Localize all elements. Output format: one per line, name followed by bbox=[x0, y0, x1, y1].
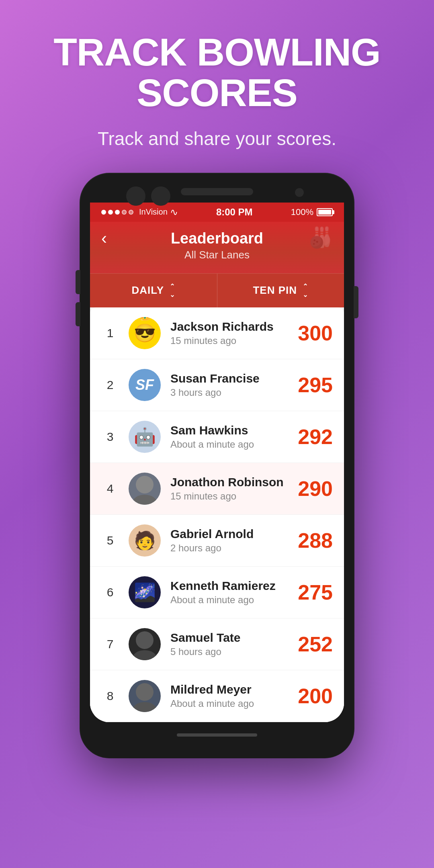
signal-dot-5 bbox=[129, 210, 133, 215]
signal-dot-3 bbox=[115, 210, 120, 215]
home-indicator[interactable] bbox=[177, 733, 257, 737]
avatar: 👑 😎 bbox=[129, 317, 161, 349]
battery-fill bbox=[318, 210, 331, 215]
player-name: Jackson Richards bbox=[170, 320, 297, 334]
player-name: Samuel Tate bbox=[170, 631, 297, 645]
rank-number: 1 bbox=[101, 326, 119, 340]
list-item[interactable]: 1 👑 😎 Jackson Richards 15 minutes ago 30… bbox=[90, 307, 344, 359]
rank-number: 7 bbox=[101, 637, 119, 651]
front-camera-right bbox=[151, 186, 170, 206]
player-name: Susan Francise bbox=[170, 372, 297, 385]
list-item[interactable]: 5 🧑 Gabriel Arnold 2 hours ago 288 bbox=[90, 515, 344, 567]
filter-row: DAILY ⌃ ⌄ TEN PIN ⌃ ⌄ bbox=[90, 273, 344, 307]
avatar bbox=[129, 473, 161, 505]
rank-number: 5 bbox=[101, 534, 119, 547]
leaderboard-list: 1 👑 😎 Jackson Richards 15 minutes ago 30… bbox=[90, 307, 344, 722]
avatar bbox=[129, 628, 161, 660]
volume-down-button bbox=[76, 302, 80, 326]
player-score: 200 bbox=[297, 684, 333, 708]
list-item[interactable]: 2 SF Susan Francise 3 hours ago 295 bbox=[90, 359, 344, 411]
period-filter-button[interactable]: DAILY ⌃ ⌄ bbox=[90, 274, 217, 307]
status-left: InVision ∿ bbox=[101, 207, 178, 218]
player-info: Sam Hawkins About a minute ago bbox=[170, 424, 297, 450]
signal-dot-1 bbox=[101, 210, 106, 215]
battery-icon bbox=[317, 208, 333, 216]
svg-point-1 bbox=[133, 495, 157, 505]
phone-top-bar bbox=[90, 185, 344, 203]
phone-bottom-bar bbox=[90, 727, 344, 743]
rank-number: 8 bbox=[101, 689, 119, 703]
player-score: 290 bbox=[297, 477, 333, 501]
player-score: 275 bbox=[297, 580, 333, 604]
app-header: ‹ 🎳 Leaderboard All Star Lanes bbox=[90, 222, 344, 273]
hero-subtitle: Track and share your scores. bbox=[98, 128, 336, 149]
player-info: Jonathon Robinson 15 minutes ago bbox=[170, 475, 297, 502]
player-time: 3 hours ago bbox=[170, 387, 297, 398]
player-info: Kenneth Ramierez About a minute ago bbox=[170, 579, 297, 606]
status-bar: InVision ∿ 8:00 PM 100% bbox=[90, 203, 344, 222]
proximity-sensor bbox=[295, 188, 304, 197]
back-button[interactable]: ‹ bbox=[101, 230, 107, 247]
phone-speaker bbox=[181, 188, 253, 195]
player-info: Jackson Richards 15 minutes ago bbox=[170, 320, 297, 346]
rank-number: 4 bbox=[101, 482, 119, 495]
player-name: Mildred Meyer bbox=[170, 683, 297, 696]
rank-number: 3 bbox=[101, 430, 119, 444]
game-type-filter-button[interactable]: TEN PIN ⌃ ⌄ bbox=[217, 274, 344, 307]
player-score: 288 bbox=[297, 528, 333, 553]
player-time: 15 minutes ago bbox=[170, 335, 297, 346]
svg-point-3 bbox=[133, 650, 157, 660]
player-name: Jonathon Robinson bbox=[170, 475, 297, 489]
period-chevron-icon: ⌃ ⌄ bbox=[170, 283, 175, 299]
player-time: About a minute ago bbox=[170, 439, 297, 450]
player-time: About a minute ago bbox=[170, 594, 297, 606]
player-name: Kenneth Ramierez bbox=[170, 579, 297, 593]
wifi-icon: ∿ bbox=[170, 207, 178, 218]
game-type-chevron-icon: ⌃ ⌄ bbox=[303, 283, 308, 299]
avatar: 🧑 bbox=[129, 524, 161, 557]
list-item[interactable]: 6 🌌 Kenneth Ramierez About a minute ago … bbox=[90, 567, 344, 618]
avatar: 🤖 bbox=[129, 421, 161, 453]
player-info: Samuel Tate 5 hours ago bbox=[170, 631, 297, 657]
page-title: Leaderboard bbox=[101, 230, 333, 247]
rank-number: 6 bbox=[101, 585, 119, 599]
avatar: 🌌 bbox=[129, 576, 161, 608]
power-button bbox=[354, 286, 358, 318]
svg-point-5 bbox=[133, 702, 157, 712]
signal-dots bbox=[101, 210, 133, 215]
battery-percent: 100% bbox=[291, 207, 313, 217]
status-right: 100% bbox=[291, 207, 333, 217]
phone-mockup: InVision ∿ 8:00 PM 100% ‹ 🎳 Leaderboard … bbox=[80, 174, 354, 757]
app-screen: InVision ∿ 8:00 PM 100% ‹ 🎳 Leaderboard … bbox=[90, 203, 344, 722]
player-info: Susan Francise 3 hours ago bbox=[170, 372, 297, 398]
avatar: SF bbox=[129, 369, 161, 401]
player-info: Gabriel Arnold 2 hours ago bbox=[170, 527, 297, 554]
game-type-filter-label: TEN PIN bbox=[253, 284, 297, 297]
list-item[interactable]: 8 Mildred Meyer About a minute ago 200 bbox=[90, 670, 344, 722]
player-time: About a minute ago bbox=[170, 698, 297, 709]
rank-number: 2 bbox=[101, 378, 119, 392]
front-camera-left bbox=[126, 186, 145, 206]
period-filter-label: DAILY bbox=[131, 284, 164, 297]
carrier-label: InVision bbox=[139, 207, 168, 217]
status-time: 8:00 PM bbox=[216, 207, 253, 218]
avatar bbox=[129, 680, 161, 712]
venue-subtitle: All Star Lanes bbox=[101, 249, 333, 261]
player-time: 15 minutes ago bbox=[170, 491, 297, 502]
signal-dot-4 bbox=[122, 210, 127, 215]
list-item[interactable]: 3 🤖 Sam Hawkins About a minute ago 292 bbox=[90, 411, 344, 463]
player-time: 2 hours ago bbox=[170, 542, 297, 554]
player-score: 295 bbox=[297, 373, 333, 397]
signal-dot-2 bbox=[108, 210, 113, 215]
decoration-pins: 🎳 bbox=[308, 226, 333, 249]
volume-up-button bbox=[76, 270, 80, 294]
player-info: Mildred Meyer About a minute ago bbox=[170, 683, 297, 709]
player-name: Gabriel Arnold bbox=[170, 527, 297, 541]
svg-point-0 bbox=[136, 476, 154, 493]
hero-title: TRACK BOWLING SCORES bbox=[0, 32, 434, 113]
list-item[interactable]: 7 Samuel Tate 5 hours ago 252 bbox=[90, 618, 344, 670]
player-time: 5 hours ago bbox=[170, 646, 297, 657]
player-score: 252 bbox=[297, 632, 333, 656]
list-item[interactable]: 4 Jonathon Robinson 15 minutes ago 290 bbox=[90, 463, 344, 515]
svg-point-4 bbox=[136, 683, 154, 701]
